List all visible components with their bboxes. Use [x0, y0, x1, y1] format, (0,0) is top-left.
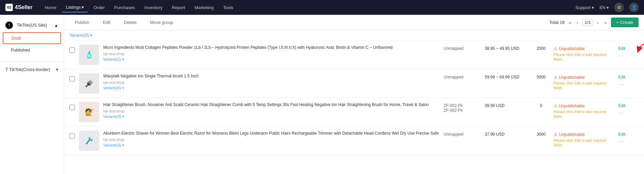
last-page-button[interactable]: »	[603, 19, 608, 26]
settings-icon[interactable]: ⚙	[614, 3, 624, 12]
red-arrow-annotation	[637, 40, 644, 53]
table-row: 💇 Hair Straightener Brush, Novamer Anti …	[64, 98, 644, 127]
sidebar-tiktok-us-header[interactable]: T TikTok(US Site) ▲	[0, 19, 64, 32]
product-title-4: Akunbem Electric Shaver for Women Best E…	[103, 131, 440, 136]
row-checkbox-4[interactable]	[69, 133, 75, 139]
support-button[interactable]: Support ▾	[575, 5, 594, 10]
product-title-1: Micro Ingredients Multi Collagen Peptide…	[103, 45, 440, 50]
status-hint-1: Please click Edit to add required fields	[554, 52, 614, 62]
product-info-2: Wavytalk Negative Ion Single Thermal bru…	[103, 73, 440, 90]
edit-btn-2[interactable]: Edit	[618, 75, 625, 79]
warning-icon-4: ⚠	[554, 132, 558, 137]
row-checkbox-1[interactable]	[69, 47, 75, 53]
user-avatar[interactable]: 👤	[629, 3, 639, 12]
tiktok-us-icon: T	[5, 22, 13, 29]
logo-icon: 4S	[5, 4, 13, 11]
product-variants-4[interactable]: Variants(3) ▾	[103, 143, 440, 147]
product-info-4: Akunbem Electric Shaver for Women Best E…	[103, 131, 440, 147]
sidebar-tiktok-cross-header[interactable]: T TikTok(Cross-border) ▾	[0, 64, 64, 75]
product-title-3: Hair Straightener Brush, Novamer Anti Sc…	[103, 102, 440, 108]
nav-listings[interactable]: Listings ▾	[62, 3, 88, 12]
product-table: Variants(0) ▾ 🧴 Micro Ingredients Multi …	[64, 30, 644, 174]
chevron-down-icon: ▾	[122, 86, 124, 90]
chevron-down-icon: ▾	[82, 5, 84, 10]
partial-top-row: Variants(0) ▾	[64, 30, 644, 41]
product-info-3: Hair Straightener Brush, Novamer Anti Sc…	[103, 102, 440, 119]
price-1: 38.95 ~ 49.95 USD	[485, 45, 529, 51]
status-badge-1: ⚠ Unpublishable	[554, 46, 614, 51]
nav-tools[interactable]: Tools	[219, 3, 237, 12]
warning-icon-3: ⚠	[554, 103, 558, 108]
sku-3: ZF-002-Pk ZF-002-Pk	[444, 102, 481, 113]
chevron-down-icon: ▾	[122, 57, 124, 62]
status-badge-2: ⚠ Unpublishable	[554, 75, 614, 80]
stock-1: 2000	[533, 45, 550, 51]
status-hint-4: Please click Edit to add required fields	[554, 138, 614, 148]
sku-4: Unmapped	[444, 131, 481, 137]
nav-order[interactable]: Order	[89, 3, 109, 12]
app-layout: T TikTok(US Site) ▲ Draft Published T Ti…	[0, 15, 644, 174]
product-image-2: 🪮	[79, 73, 99, 94]
product-shop-3: hjk-test-shop	[103, 109, 440, 113]
action-col-1: Edit ···	[618, 45, 639, 58]
create-button[interactable]: + Create	[611, 18, 639, 27]
edit-btn-3[interactable]: Edit	[618, 103, 625, 108]
edit-btn-1[interactable]: Edit	[618, 46, 625, 51]
nav-marketing[interactable]: Marketing	[190, 3, 218, 12]
product-image-1: 🧴	[79, 45, 99, 65]
sidebar-tiktok-us-section: T TikTok(US Site) ▲ Draft Published	[0, 15, 64, 60]
status-col-1: ⚠ Unpublishable Please click Edit to add…	[554, 45, 614, 62]
product-shop-4: hjk-test-shop	[103, 138, 440, 142]
product-image-3: 💇	[79, 102, 99, 122]
product-variants-2[interactable]: Variants(5) ▾	[103, 86, 440, 90]
nav-purchases[interactable]: Purchases	[110, 3, 139, 12]
chevron-down-icon: ▾	[122, 114, 124, 119]
sidebar-item-published[interactable]: Published	[3, 45, 61, 55]
chevron-down-icon: ▾	[592, 5, 594, 10]
product-shop-1: hjk-test-shop	[103, 52, 440, 56]
nav-inventory[interactable]: Inventory	[140, 3, 166, 12]
product-variants-1[interactable]: Variants(2) ▾	[103, 57, 440, 62]
chevron-up-icon: ▲	[54, 23, 58, 28]
status-hint-2: Please click Edit to add required fields	[554, 81, 614, 91]
more-btn-4[interactable]: ···	[618, 139, 624, 144]
nav-items: Home Listings ▾ Order Purchases Inventor…	[40, 3, 575, 12]
prev-page-button[interactable]: ‹	[576, 19, 580, 26]
publish-button[interactable]: Publish	[69, 18, 95, 27]
warning-icon-2: ⚠	[554, 75, 558, 80]
row-checkbox-3[interactable]	[69, 105, 75, 110]
move-group-button[interactable]: Move group	[145, 18, 179, 27]
edit-button[interactable]: Edit	[97, 18, 116, 27]
product-info-1: Micro Ingredients Multi Collagen Peptide…	[103, 45, 440, 62]
chevron-down-icon: ▾	[607, 5, 609, 10]
app-logo[interactable]: 4S 4Seller	[5, 4, 32, 11]
first-page-button[interactable]: «	[567, 19, 573, 26]
nav-home[interactable]: Home	[40, 3, 60, 12]
table-row: 🪮 Wavytalk Negative Ion Single Thermal b…	[64, 69, 644, 98]
more-btn-1[interactable]: ···	[618, 53, 624, 58]
warning-icon-1: ⚠	[554, 46, 558, 51]
edit-btn-4[interactable]: Edit	[618, 132, 625, 137]
sku-1: Unmapped	[444, 45, 481, 51]
nav-report[interactable]: Report	[168, 3, 189, 12]
status-badge-3: ⚠ Unpublishable	[554, 103, 614, 108]
status-col-4: ⚠ Unpublishable Please click Edit to add…	[554, 131, 614, 148]
delete-button[interactable]: Delete	[118, 18, 142, 27]
language-selector[interactable]: EN ▾	[599, 5, 609, 10]
table-row: 🧴 Micro Ingredients Multi Collagen Pepti…	[64, 41, 644, 69]
top-navigation: 4S 4Seller Home Listings ▾ Order Purchas…	[0, 0, 644, 15]
page-indicator: 1/1	[582, 19, 593, 26]
nav-right: Support ▾ EN ▾ ⚙ 👤	[575, 3, 639, 12]
more-btn-2[interactable]: ···	[618, 81, 624, 87]
toolbar: Publish Edit Delete Move group Total 18 …	[64, 15, 644, 30]
next-page-button[interactable]: ›	[596, 19, 600, 26]
row-checkbox-2[interactable]	[69, 76, 75, 81]
product-variants-3[interactable]: Variants(3) ▾	[103, 114, 440, 119]
table-row: 🪒 Akunbem Electric Shaver for Women Best…	[64, 127, 644, 155]
main-content: Publish Edit Delete Move group Total 18 …	[64, 15, 644, 174]
action-col-4: Edit ···	[618, 131, 639, 144]
pagination-info: Total 18 « ‹ 1/1 › »	[549, 19, 608, 26]
sidebar-item-draft[interactable]: Draft	[3, 32, 61, 44]
more-btn-3[interactable]: ···	[618, 110, 624, 115]
sidebar-divider	[0, 61, 64, 62]
